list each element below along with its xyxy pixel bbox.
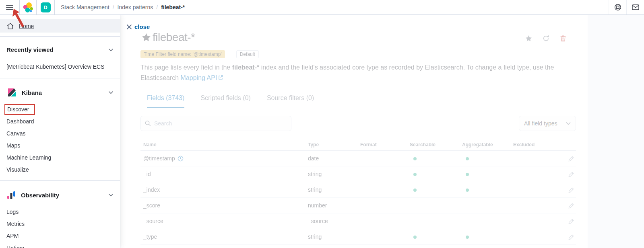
close-flyout-button[interactable]: close	[126, 23, 150, 30]
sidebar-item[interactable]: Machine Learning	[6, 152, 114, 164]
observability-group-toggle[interactable]: Observability	[6, 190, 114, 200]
fields-table: Name Type Format Searchable Aggregatable…	[140, 139, 576, 245]
sidebar-item-home[interactable]: Home	[0, 19, 120, 33]
sidebar-item[interactable]: Logs	[6, 206, 114, 218]
time-filter-badge: Time Filter field name: '@timestamp'	[140, 50, 225, 58]
field-type-cell: date	[305, 155, 357, 162]
field-type-filter[interactable]: All field types	[519, 116, 576, 131]
newsfeed-button[interactable]	[626, 0, 644, 14]
sidebar-item[interactable]: Discover	[6, 103, 114, 115]
edit-field-button[interactable]	[559, 187, 576, 193]
edit-field-button[interactable]	[559, 218, 576, 224]
field-name-cell: _source	[140, 218, 305, 224]
fields-table-body: @timestampdate_idstring_indexstring_scor…	[140, 151, 576, 245]
field-name-cell: _score	[140, 202, 305, 209]
table-row: @timestampdate	[140, 151, 576, 166]
chevron-down-icon	[566, 122, 571, 125]
edit-pencil-icon	[568, 218, 574, 224]
edit-field-button[interactable]	[559, 203, 576, 209]
col-aggregatable: Aggregatable	[459, 142, 510, 148]
col-name: Name	[140, 142, 305, 148]
recently-viewed-section: Recently viewed [Metricbeat Kubernetes] …	[0, 46, 120, 70]
refresh-fields-button[interactable]	[543, 35, 549, 42]
index-pattern-panel: filebeat-* Time Filte	[120, 15, 588, 248]
close-icon	[126, 24, 132, 30]
edit-pencil-icon	[568, 187, 574, 193]
set-default-button[interactable]	[525, 35, 532, 42]
chevron-down-icon	[108, 193, 114, 197]
field-type-cell: string	[305, 171, 357, 177]
observability-logo-icon	[6, 190, 16, 200]
table-row: _typestring	[140, 229, 576, 245]
header-actions	[525, 35, 566, 42]
field-aggregatable-cell	[459, 171, 510, 177]
trash-icon	[560, 35, 566, 42]
field-name-cell: _id	[140, 171, 305, 177]
field-aggregatable-cell	[459, 155, 510, 162]
breadcrumb-stack-management[interactable]: Stack Management	[61, 4, 109, 10]
field-type-cell: number	[305, 202, 357, 209]
tab-scripted-fields[interactable]: Scripted fields (0)	[200, 94, 251, 108]
observability-nav-list: LogsMetricsAPMUptime	[6, 206, 114, 248]
sidebar-divider	[0, 78, 120, 78]
recently-viewed-label: Recently viewed	[6, 46, 54, 53]
enabled-dot	[466, 173, 469, 176]
refresh-icon	[543, 35, 549, 42]
recently-viewed-item[interactable]: [Metricbeat Kubernetes] Overview ECS	[6, 64, 114, 70]
observability-group-label: Observability	[21, 192, 59, 199]
table-row: _source_source	[140, 213, 576, 229]
recently-viewed-toggle[interactable]: Recently viewed	[6, 46, 114, 53]
mapping-api-link[interactable]: Mapping API	[181, 74, 217, 81]
breadcrumb-index-patterns[interactable]: Index patterns	[118, 4, 153, 10]
sidebar-item[interactable]: Visualize	[6, 164, 114, 176]
edit-field-button[interactable]	[559, 171, 576, 177]
field-type-cell: _source	[305, 218, 357, 224]
sidebar-item[interactable]: Uptime	[6, 242, 114, 248]
fields-table-header: Name Type Format Searchable Aggregatable…	[140, 139, 576, 151]
menu-toggle-button[interactable]	[0, 0, 19, 14]
default-star-icon	[142, 33, 151, 42]
index-name-bold: filebeat-*	[232, 64, 260, 71]
help-icon	[614, 4, 621, 11]
star-icon	[525, 35, 532, 42]
navigation-sidebar: Home Recently viewed [Metricbeat Kuberne…	[0, 15, 120, 248]
search-icon	[145, 120, 151, 127]
edit-pencil-icon	[568, 156, 574, 162]
search-input[interactable]	[154, 120, 287, 127]
col-excluded: Excluded	[510, 142, 559, 148]
hamburger-icon	[6, 5, 13, 10]
sidebar-item[interactable]: Dashboard	[6, 115, 114, 127]
chevron-down-icon	[108, 48, 114, 51]
space-selector-button[interactable]: D	[37, 0, 54, 14]
field-search-box[interactable]	[140, 116, 291, 131]
sidebar-item[interactable]: APM	[6, 230, 114, 242]
enabled-dot	[466, 236, 469, 239]
sidebar-item[interactable]: Canvas	[6, 127, 114, 139]
elastic-logo-button[interactable]	[20, 0, 36, 14]
fields-toolbar: All field types	[140, 116, 576, 131]
help-menu-button[interactable]	[609, 0, 626, 14]
edit-field-button[interactable]	[559, 156, 576, 162]
sidebar-item[interactable]: Maps	[6, 139, 114, 152]
field-type-cell: string	[305, 187, 357, 193]
tab-source-filters[interactable]: Source filters (0)	[267, 94, 314, 108]
close-label: close	[134, 23, 150, 30]
annotation-highlight-box: Discover	[4, 104, 35, 115]
field-name-cell: _type	[140, 234, 305, 240]
top-bar: D Stack Management / Index patterns / fi…	[0, 0, 644, 15]
delete-index-pattern-button[interactable]	[560, 35, 566, 42]
field-name-cell: @timestamp	[140, 155, 305, 162]
field-aggregatable-cell	[459, 234, 510, 240]
edit-pencil-icon	[568, 171, 574, 177]
col-format: Format	[357, 142, 407, 148]
edit-field-button[interactable]	[559, 234, 576, 240]
topbar-right-actions	[609, 0, 644, 14]
edit-pencil-icon	[568, 203, 574, 209]
kibana-nav-list: DiscoverDashboardCanvasMapsMachine Learn…	[6, 103, 114, 176]
kibana-group-toggle[interactable]: Kibana	[6, 87, 114, 98]
page-description: This page lists every field in the fileb…	[140, 62, 559, 83]
sidebar-item[interactable]: Metrics	[6, 218, 114, 230]
time-field-clock-icon	[178, 156, 184, 162]
observability-section: Observability LogsMetricsAPMUptime	[0, 190, 120, 248]
tab-fields[interactable]: Fields (3743)	[147, 94, 184, 108]
